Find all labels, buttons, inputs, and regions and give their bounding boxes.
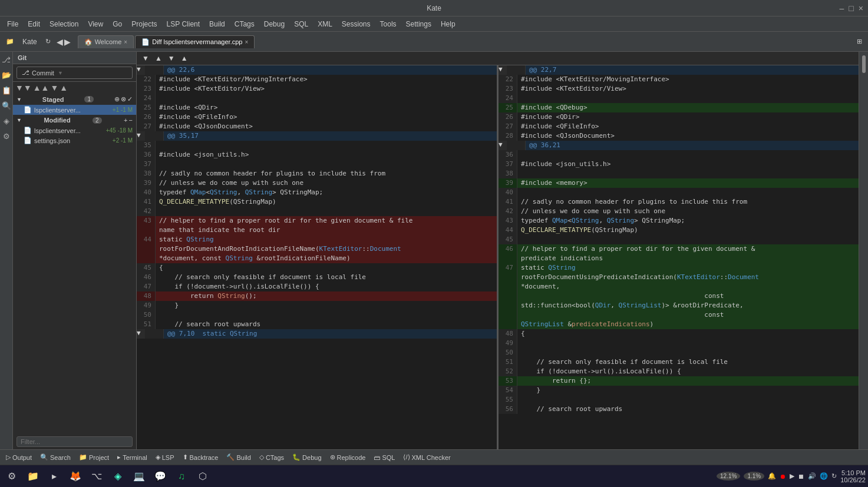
menu-go[interactable]: Go: [108, 19, 127, 29]
modified-file-2[interactable]: 📄 settings.json +2 -1 M: [13, 135, 136, 145]
split-view-btn[interactable]: ⊞: [853, 37, 866, 47]
staged-ctrl1[interactable]: ⊕: [114, 95, 120, 103]
expand-btn[interactable]: ▲: [60, 83, 68, 92]
debug-label: Debug: [302, 454, 321, 461]
menu-xml[interactable]: XML: [313, 19, 337, 29]
taskbar-github[interactable]: ⌥: [87, 467, 106, 486]
right-line-26: 26#include <QDir>: [499, 112, 859, 122]
diff-nav-up2[interactable]: ▲: [179, 54, 190, 63]
btool-output[interactable]: ▷ Output: [2, 452, 35, 462]
btool-backtrace[interactable]: ⬆ Backtrace: [179, 452, 222, 462]
volume-icon[interactable]: 🔊: [808, 472, 816, 480]
collapse-all-btn[interactable]: ▼▼: [15, 83, 32, 92]
tab-diff-close[interactable]: ×: [245, 39, 248, 45]
sidebar-icon-plugins[interactable]: ⚙: [1, 131, 12, 141]
tab-welcome-close[interactable]: ×: [124, 39, 127, 45]
left-line-22: 22#include <KTextEditor/MovingInterface>: [137, 75, 497, 84]
btool-terminal[interactable]: ▸ Terminal: [114, 452, 151, 462]
sidebar-toggle-btn[interactable]: 📁: [2, 37, 18, 47]
menu-build[interactable]: Build: [204, 19, 230, 29]
staged-section-header[interactable]: ▼ Staged 1 ⊕ ⊗ ✓: [13, 94, 136, 105]
menu-lsp[interactable]: LSP Client: [162, 19, 204, 29]
diff-nav-down2[interactable]: ▼: [166, 54, 177, 63]
git-commit-button[interactable]: ⎇ Commit ▼: [16, 67, 133, 79]
left-line-44b: rootForDocumentAndRootIndicationFileName…: [137, 244, 497, 254]
file-icon: 📄: [24, 106, 32, 114]
menu-settings[interactable]: Settings: [401, 19, 436, 29]
btool-ctags[interactable]: ◇ CTags: [256, 452, 288, 462]
modified-ctrl1[interactable]: +: [124, 117, 127, 124]
diff-nav-up1[interactable]: ▲: [153, 54, 164, 63]
btool-lsp[interactable]: ◈ LSP: [152, 452, 178, 462]
menu-selection[interactable]: Selection: [45, 19, 83, 29]
modified-file-1[interactable]: 📄 lspclientserver... +45 -18 M: [13, 125, 136, 135]
diff-nav-down1[interactable]: ▼: [140, 54, 151, 63]
menu-projects[interactable]: Projects: [127, 19, 161, 29]
sidebar-icon-git[interactable]: ⎇: [1, 54, 12, 65]
left-line-51: 51 // search root upwards: [137, 320, 497, 329]
notification-icon[interactable]: 🔔: [768, 472, 776, 480]
modified-ctrl2[interactable]: −: [129, 117, 133, 124]
left-line-44c: *document, const QString &rootIndication…: [137, 254, 497, 263]
maximize-btn[interactable]: □: [849, 4, 853, 13]
menu-tools[interactable]: Tools: [375, 19, 401, 29]
staged-ctrl3[interactable]: ✓: [127, 95, 133, 103]
taskbar-extra[interactable]: ⬡: [193, 467, 212, 486]
menu-sql[interactable]: SQL: [289, 19, 313, 29]
left-line-43: 43// helper to find a proper root dir fo…: [137, 216, 497, 226]
menu-edit[interactable]: Edit: [23, 19, 45, 29]
tab-diff-icon: 📄: [141, 38, 150, 46]
menu-file[interactable]: File: [2, 19, 23, 29]
left-line-50: 50: [137, 310, 497, 320]
taskbar-vscode[interactable]: ◈: [108, 467, 127, 486]
btool-debug[interactable]: 🐛 Debug: [289, 452, 325, 462]
tab-welcome[interactable]: 🏠 Welcome ×: [78, 35, 134, 48]
minimize-btn[interactable]: –: [840, 4, 844, 13]
back-btn[interactable]: ◀: [57, 37, 63, 47]
sidebar-icon-lsp[interactable]: ◈: [1, 115, 12, 126]
right-line-39: 39#include <memory>: [499, 178, 859, 188]
taskbar-files[interactable]: 📁: [24, 467, 42, 486]
menu-debug[interactable]: Debug: [259, 19, 289, 29]
separator2: ▼: [137, 131, 145, 141]
commit-icon: ⎇: [22, 69, 29, 77]
update-icon[interactable]: ↻: [831, 472, 837, 480]
git-filter-input[interactable]: [16, 436, 133, 447]
staged-ctrl2[interactable]: ⊗: [121, 95, 126, 103]
btool-replicode[interactable]: ⊛ Replicode: [326, 452, 369, 462]
taskbar-terminal2[interactable]: ▸: [45, 467, 64, 486]
taskbar-browser[interactable]: 🦊: [66, 467, 85, 486]
menu-sessions[interactable]: Sessions: [337, 19, 375, 29]
tab-diff[interactable]: 📄 Diff lspclientservermanager.cpp ×: [135, 35, 255, 48]
forward-btn[interactable]: ▶: [64, 37, 71, 47]
menu-help[interactable]: Help: [436, 19, 460, 29]
sidebar-icon-search[interactable]: 🔍: [1, 100, 12, 111]
collapse-btn[interactable]: ▼: [50, 83, 58, 92]
taskbar-start[interactable]: ⚙: [2, 467, 21, 486]
btool-project[interactable]: 📁 Project: [75, 452, 113, 462]
taskbar-music[interactable]: ♫: [172, 467, 191, 486]
taskbar-dev[interactable]: 💻: [130, 467, 148, 486]
left-line-47: 47 if (!document->url().isLocalFile()) {: [137, 282, 497, 291]
play-icon[interactable]: ▶: [790, 472, 794, 480]
taskbar-chat[interactable]: 💬: [151, 467, 170, 486]
file-icon-3: 📄: [24, 137, 32, 144]
staged-file-1[interactable]: 📄 lspclientserver... +1 -1 M: [13, 105, 136, 115]
btool-sql[interactable]: 🗃 SQL: [370, 453, 398, 462]
btool-search[interactable]: 🔍 Search: [37, 452, 74, 462]
menu-view[interactable]: View: [83, 19, 108, 29]
network-icon[interactable]: 🌐: [820, 472, 828, 480]
btool-build[interactable]: 🔨 Build: [223, 452, 254, 462]
menu-ctags[interactable]: CTags: [230, 19, 259, 29]
expand-all-btn[interactable]: ▲▲: [33, 83, 49, 92]
sidebar-icon-projects[interactable]: 📋: [1, 85, 12, 95]
modified-collapse-icon: ▼: [16, 117, 22, 123]
btool-xml[interactable]: ⟨/⟩ XML Checker: [400, 452, 454, 462]
modified-section-header[interactable]: ▼ Modified 2 + −: [13, 115, 136, 125]
ctags-icon: ◇: [259, 453, 264, 461]
modified-filename-1: lspclientserver...: [34, 127, 104, 134]
sidebar-icon-files[interactable]: 📂: [1, 69, 12, 80]
stop-icon[interactable]: ⏹: [798, 473, 804, 480]
refresh-btn[interactable]: ↻: [42, 37, 54, 47]
close-btn[interactable]: ×: [859, 4, 863, 13]
